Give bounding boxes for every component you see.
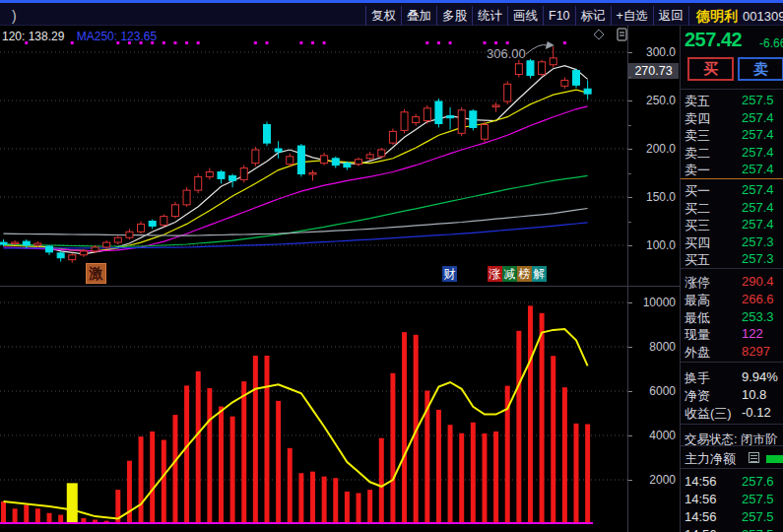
volume-bar[interactable] [574,424,579,524]
candle-down[interactable] [57,253,64,258]
volume-bar[interactable] [528,305,533,524]
top-event-dot[interactable] [25,41,28,44]
toolbar-button-统计[interactable]: 统计 [472,6,507,26]
volume-bar[interactable] [471,423,476,524]
buy-button[interactable]: 买 [687,57,734,81]
top-event-dot[interactable] [116,41,119,44]
candle-up[interactable] [12,242,19,244]
candle-up[interactable] [550,58,556,65]
candle-up[interactable] [69,255,76,260]
volume-bar[interactable] [241,381,246,524]
toolbar-button-返回[interactable]: 返回 [653,6,689,26]
candle-up[interactable] [424,108,430,121]
volume-bar[interactable] [585,425,590,524]
top-event-dot[interactable] [140,41,143,44]
candle-down[interactable] [46,246,53,252]
candle-down[interactable] [435,101,442,124]
candle-up[interactable] [80,251,87,255]
candle-down[interactable] [218,172,225,179]
volume-chart[interactable] [0,288,627,532]
candle-up[interactable] [389,131,396,143]
candle-up[interactable] [252,150,259,164]
volume-bar[interactable] [540,313,545,524]
sell-button[interactable]: 卖 [738,57,783,81]
volume-bar[interactable] [493,432,498,524]
candle-down[interactable] [527,61,534,76]
toolbar-button-叠加[interactable]: 叠加 [401,6,436,26]
volume-bar[interactable] [516,331,521,524]
candle-up[interactable] [366,155,373,159]
event-tag-财[interactable]: 财 [442,266,457,282]
candle-up[interactable] [561,80,568,86]
top-event-dot[interactable] [185,41,188,44]
candle-down[interactable] [332,159,339,166]
volume-bar[interactable] [139,436,144,524]
volume-bar[interactable] [448,425,453,524]
top-event-dot[interactable] [311,41,314,44]
volume-bar[interactable] [24,504,29,524]
candle-up[interactable] [126,232,133,237]
top-event-dot[interactable] [299,41,302,44]
candle-up[interactable] [240,168,247,180]
note-page-icon[interactable] [618,29,626,40]
candle-up[interactable] [481,125,488,140]
top-event-dot[interactable] [563,41,566,44]
candle-up[interactable] [504,84,511,101]
toolbar-button-标记[interactable]: 标记 [575,6,611,26]
candle-down[interactable] [584,89,591,94]
volume-bar[interactable] [322,477,327,524]
candle-down[interactable] [0,242,7,244]
top-event-dot[interactable] [163,41,165,44]
candle-up[interactable] [413,117,420,123]
candle-down[interactable] [297,146,304,173]
volume-bar[interactable] [1,501,6,524]
event-stamp-marker[interactable]: 激 [86,263,106,284]
top-event-dot[interactable] [265,41,268,44]
candle-down[interactable] [23,241,30,245]
candle-up[interactable] [321,156,328,164]
candle-up[interactable] [356,160,362,165]
candle-up[interactable] [287,157,294,165]
candle-up[interactable] [458,110,465,134]
candle-up[interactable] [515,64,522,75]
candle-up[interactable] [492,105,499,107]
list-icon[interactable] [749,452,759,463]
candle-down[interactable] [573,71,580,86]
top-event-dot[interactable] [437,41,440,44]
diamond-marker-icon[interactable] [594,30,604,39]
top-event-dot[interactable] [128,41,131,44]
event-tag-减[interactable]: 减 [502,266,517,282]
candle-down[interactable] [149,222,156,227]
top-event-dot[interactable] [323,41,326,44]
volume-bar[interactable] [310,472,315,524]
volume-bar[interactable] [13,508,18,524]
volume-bar[interactable] [264,356,269,524]
volume-bar[interactable] [172,415,177,524]
top-event-dot[interactable] [449,41,452,44]
candle-up[interactable] [114,237,121,242]
volume-bar[interactable] [230,417,235,524]
top-event-dot[interactable] [254,41,257,44]
volume-bar[interactable] [162,440,166,525]
volume-bar[interactable] [390,373,395,524]
volume-bar[interactable] [219,407,224,524]
volume-bar[interactable] [150,432,155,524]
top-event-dot[interactable] [494,41,497,44]
volume-bar[interactable] [436,410,441,524]
toolbar-button-F10[interactable]: F10 [543,6,575,26]
volume-bar-highlight[interactable] [67,483,78,524]
volume-bar[interactable] [184,385,189,524]
volume-bar[interactable] [357,494,361,525]
volume-bar[interactable] [288,448,293,524]
candle-down[interactable] [344,164,351,167]
top-event-dot[interactable] [506,41,509,44]
toolbar-button-多股[interactable]: 多股 [436,6,472,26]
top-event-dot[interactable] [71,41,74,44]
candle-up[interactable] [183,190,190,205]
candlestick-chart[interactable]: 306.00 [0,26,627,286]
candle-up[interactable] [195,176,202,190]
volume-bar[interactable] [298,473,303,524]
volume-bar[interactable] [402,332,407,524]
candle-down[interactable] [275,149,282,152]
volume-bar[interactable] [196,371,201,524]
